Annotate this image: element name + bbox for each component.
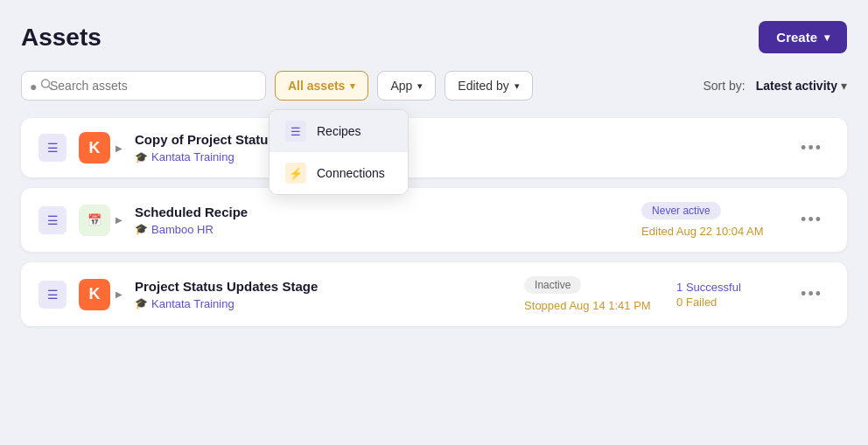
more-options-button[interactable]: ••• — [794, 136, 830, 161]
more-options-button[interactable]: ••• — [794, 207, 830, 233]
stat-failed: 0 Failed — [676, 296, 781, 309]
asset-info: Scheduled Recipe 🎓 Bamboo HR — [135, 205, 629, 236]
asset-workspace: 🎓 Kantata Training — [135, 297, 512, 310]
asset-type-icon: ☰ — [38, 134, 66, 162]
chevron-down-icon: ▾ — [417, 80, 423, 92]
asset-workspace: 🎓 Bamboo HR — [135, 223, 629, 236]
asset-info: Project Status Updates Stage 🎓 Kantata T… — [135, 279, 512, 310]
search-wrapper: ● — [21, 71, 266, 101]
dropdown-item-recipes[interactable]: ☰ Recipes — [270, 110, 408, 152]
create-label: Create — [776, 30, 817, 45]
workspace-label: Kantata Training — [151, 150, 234, 163]
arrow-icon: ▶ — [116, 215, 122, 225]
chevron-down-icon: ▾ — [350, 80, 355, 92]
dropdown-item-connections[interactable]: ⚡ Connections — [270, 152, 408, 194]
asset-workspace: 🎓 Kantata Training — [135, 150, 781, 163]
edited-by-filter-button[interactable]: Edited by ▾ — [444, 71, 532, 101]
app-icon-kantata: K — [79, 132, 110, 163]
workspace-icon: 🎓 — [135, 151, 148, 163]
asset-name: Scheduled Recipe — [135, 205, 629, 219]
chevron-down-icon: ▾ — [514, 80, 520, 92]
stat-success: 1 Successful — [676, 281, 781, 294]
sort-control[interactable]: Sort by: Latest activity ▾ — [703, 79, 847, 93]
connections-label: Connections — [317, 166, 385, 180]
workspace-label: Bamboo HR — [151, 223, 214, 236]
sort-by-text: Sort by: — [703, 79, 745, 93]
asset-meta: Never active Edited Aug 22 10:04 AM — [641, 202, 781, 238]
asset-date: Edited Aug 22 10:04 AM — [641, 225, 764, 238]
search-input[interactable] — [21, 71, 266, 101]
asset-date: Stopped Aug 14 1:41 PM — [524, 299, 651, 312]
page-title: Assets — [21, 24, 102, 52]
create-button[interactable]: Create ▾ — [759, 21, 847, 53]
status-badge: Inactive — [524, 276, 581, 294]
assets-list: ☰ K ▶ Copy of Project Status Updates Sta… — [21, 118, 847, 326]
app-filter-label: App — [390, 79, 412, 93]
asset-card: ☰ 📅 ▶ Scheduled Recipe 🎓 Bamboo HR Never… — [21, 188, 847, 252]
arrow-icon: ▶ — [116, 289, 122, 299]
all-assets-filter-button[interactable]: All assets ▾ — [275, 71, 368, 101]
asset-card: ☰ K ▶ Project Status Updates Stage 🎓 Kan… — [21, 262, 847, 326]
asset-name: Project Status Updates Stage — [135, 279, 512, 294]
chevron-down-icon: ▾ — [824, 31, 830, 44]
connections-icon: ⚡ — [285, 163, 306, 184]
all-assets-label: All assets — [288, 79, 345, 93]
asset-type-icon: ☰ — [38, 206, 66, 234]
app-filter-button[interactable]: App ▾ — [377, 71, 436, 101]
recipes-icon: ☰ — [285, 121, 306, 142]
app-icon-bamboo: 📅 — [79, 205, 110, 236]
app-icon-kantata: K — [79, 279, 110, 310]
asset-meta: Inactive Stopped Aug 14 1:41 PM — [524, 276, 664, 312]
status-badge: Never active — [641, 202, 721, 219]
asset-stats: 1 Successful 0 Failed — [676, 281, 781, 309]
sort-value: Latest activity — [756, 79, 837, 93]
workspace-label: Kantata Training — [151, 297, 234, 310]
search-icon: ● — [30, 79, 52, 94]
edited-by-label: Edited by — [458, 79, 508, 93]
all-assets-dropdown: ☰ Recipes ⚡ Connections — [269, 109, 409, 195]
asset-info: Copy of Project Status Updates Sta... 🎓 … — [135, 132, 781, 163]
page-header: Assets Create ▾ — [21, 21, 847, 53]
workspace-icon: 🎓 — [135, 223, 148, 235]
toolbar: ● All assets ▾ App ▾ Edited by ▾ Sort by… — [21, 71, 847, 101]
svg-line-1 — [49, 87, 52, 90]
chevron-down-icon: ▾ — [841, 79, 847, 93]
asset-type-icon: ☰ — [38, 281, 66, 309]
workspace-icon: 🎓 — [135, 297, 148, 309]
recipes-label: Recipes — [317, 124, 361, 138]
asset-name: Copy of Project Status Updates Sta... — [135, 132, 781, 147]
asset-card: ☰ K ▶ Copy of Project Status Updates Sta… — [21, 118, 847, 177]
more-options-button[interactable]: ••• — [794, 282, 830, 307]
arrow-icon: ▶ — [116, 143, 122, 153]
